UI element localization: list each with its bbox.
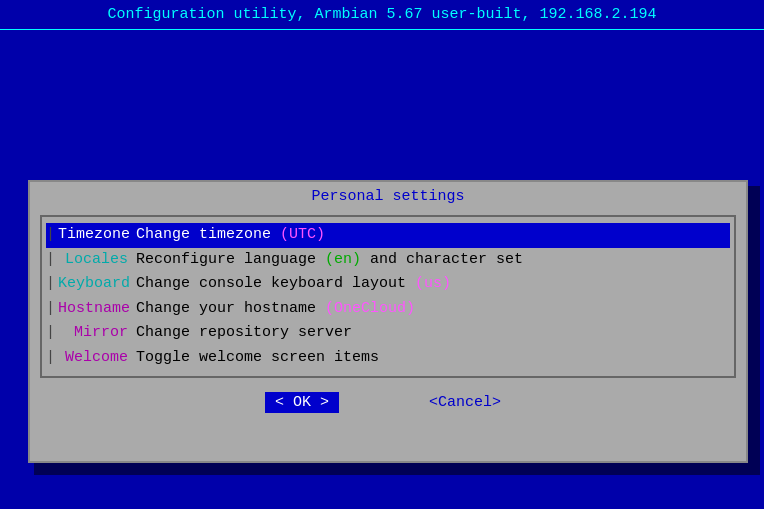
cancel-button[interactable]: <Cancel>	[419, 392, 511, 413]
menu-key-locales: Locales	[58, 249, 136, 272]
menu-key-timezone: Timezone	[58, 224, 136, 247]
dialog: Personal settings | Timezone Change time…	[28, 180, 748, 463]
menu-key-keyboard: Keyboard	[58, 273, 136, 296]
menu-item-keyboard[interactable]: | Keyboard Change console keyboard layou…	[46, 272, 730, 297]
menu-key-welcome: Welcome	[58, 347, 136, 370]
menu-desc-timezone: Change timezone (UTC)	[136, 224, 730, 247]
menu-item-timezone[interactable]: | Timezone Change timezone (UTC)	[46, 223, 730, 248]
ok-button[interactable]: < OK >	[265, 392, 339, 413]
pipe: |	[46, 347, 58, 370]
menu-item-hostname[interactable]: | Hostname Change your hostname (OneClou…	[46, 297, 730, 322]
menu-desc-hostname: Change your hostname (OneCloud)	[136, 298, 730, 321]
menu-item-mirror[interactable]: | Mirror Change repository server	[46, 321, 730, 346]
title-text: Configuration utility, Armbian 5.67 user…	[107, 6, 656, 23]
param-onecloud: (OneCloud)	[325, 300, 415, 317]
param-en: (en)	[325, 251, 361, 268]
menu-item-locales[interactable]: | Locales Reconfigure language (en) and …	[46, 248, 730, 273]
param-us: (us)	[415, 275, 451, 292]
menu-area: | Timezone Change timezone (UTC) | Local…	[40, 215, 736, 378]
dialog-title: Personal settings	[30, 182, 746, 209]
menu-desc-mirror: Change repository server	[136, 322, 730, 345]
pipe: |	[46, 298, 58, 321]
menu-item-welcome[interactable]: | Welcome Toggle welcome screen items	[46, 346, 730, 371]
pipe: |	[46, 249, 58, 272]
param-utc: (UTC)	[280, 226, 325, 243]
menu-key-hostname: Hostname	[58, 298, 136, 321]
pipe: |	[46, 273, 58, 296]
pipe: |	[46, 322, 58, 345]
menu-key-mirror: Mirror	[58, 322, 136, 345]
buttons-area: < OK > <Cancel>	[30, 382, 746, 421]
menu-desc-keyboard: Change console keyboard layout (us)	[136, 273, 730, 296]
pipe: |	[46, 224, 58, 247]
menu-desc-locales: Reconfigure language (en) and character …	[136, 249, 730, 272]
menu-desc-welcome: Toggle welcome screen items	[136, 347, 730, 370]
dialog-wrapper: Personal settings | Timezone Change time…	[28, 180, 754, 469]
title-bar: Configuration utility, Armbian 5.67 user…	[0, 0, 764, 30]
